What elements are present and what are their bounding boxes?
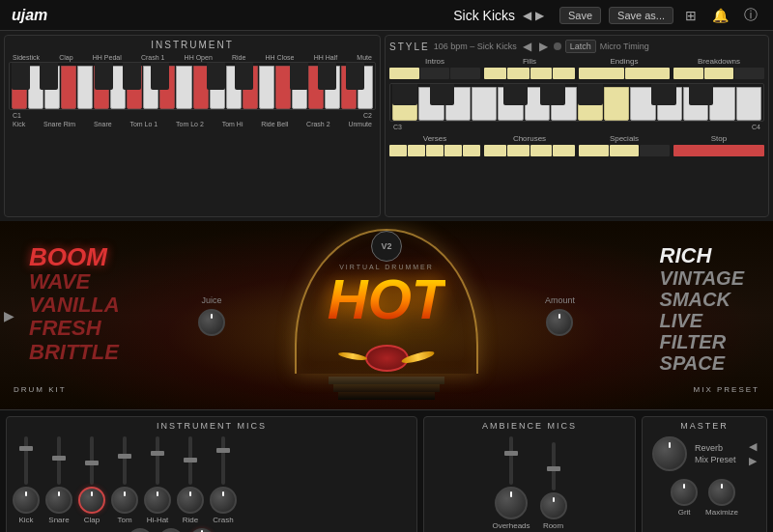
- tom-knob[interactable]: [111, 487, 138, 514]
- instr-label-hhopen: HH Open: [185, 54, 213, 61]
- info-icon[interactable]: ⓘ: [740, 7, 761, 24]
- instr-label-ridebell: Ride Bell: [261, 121, 288, 127]
- reverb-down-btn[interactable]: ▶: [749, 455, 757, 467]
- instr-label-kick: Kick: [13, 121, 25, 127]
- reverb-master-label: Reverb: [695, 443, 749, 453]
- style-section-verses: Verses: [389, 134, 480, 156]
- style-section-fills: Fills: [484, 57, 575, 79]
- style-prev-btn[interactable]: ◀: [521, 40, 533, 53]
- ride-mic-label: Ride: [183, 516, 198, 524]
- amount-knob[interactable]: [546, 309, 573, 336]
- save-button[interactable]: Save: [559, 7, 601, 24]
- style-title: STYLE: [389, 42, 430, 52]
- main-section: INSTRUMENT Sidestick Clap HH Pedal Crash…: [0, 31, 773, 221]
- hihat-fader[interactable]: [156, 436, 159, 485]
- maximize-knob[interactable]: [708, 479, 735, 506]
- hihat-knob[interactable]: [144, 487, 171, 514]
- juice-control: Juice: [198, 295, 225, 336]
- hihat-mic-label: Hi-Hat: [147, 516, 169, 524]
- stop-label: Stop: [673, 134, 764, 143]
- ride-fader[interactable]: [188, 436, 192, 485]
- bell-icon[interactable]: 🔔: [708, 8, 732, 23]
- drum-visual: [324, 332, 449, 400]
- preset-live[interactable]: LIVE: [660, 310, 744, 331]
- grid-icon[interactable]: ⊞: [681, 8, 701, 23]
- kit-boom[interactable]: BOOM: [29, 242, 120, 270]
- reverb-up-btn[interactable]: ◀: [749, 440, 757, 453]
- verses-label: Verses: [389, 134, 480, 143]
- style-section-specials: Specials: [579, 134, 670, 156]
- snare-knob[interactable]: [45, 487, 72, 514]
- reverb-knob[interactable]: [189, 528, 215, 532]
- instr-label-hhclose: HH Close: [266, 54, 295, 61]
- save-as-button[interactable]: Save as...: [609, 7, 673, 24]
- kit-wave[interactable]: WAVE: [29, 270, 120, 294]
- decay-knob[interactable]: [128, 528, 153, 532]
- crash-mic-label: Crash: [213, 516, 233, 524]
- preset-vintage[interactable]: VINTAGE: [660, 267, 744, 289]
- kit-names-list: BOOM WAVE VANILLA FRESH BRITTLE: [29, 242, 120, 363]
- room-label: Room: [543, 521, 563, 530]
- preset-space[interactable]: SPACE: [660, 352, 744, 374]
- kick-knob[interactable]: [13, 487, 40, 514]
- overheads-fader[interactable]: [509, 436, 513, 485]
- grit-knob[interactable]: [671, 479, 698, 506]
- kit-brittle[interactable]: BRITTLE: [29, 340, 120, 363]
- tune-knob[interactable]: [158, 528, 184, 532]
- preset-name: Sick Kicks: [453, 8, 515, 23]
- instr-label-hhpedal: HH Pedal: [93, 54, 122, 61]
- style-section-stop[interactable]: Stop: [673, 134, 764, 156]
- grit-label: Grit: [678, 508, 691, 517]
- latch-button[interactable]: Latch: [565, 40, 596, 53]
- kit-prev-btn[interactable]: ▶: [4, 308, 14, 323]
- endings-label: Endings: [579, 57, 670, 66]
- ambience-mics-section: AMBIENCE MICS Overheads Ro: [423, 416, 636, 532]
- decay-control: Decay: [128, 528, 153, 532]
- preset-filter[interactable]: FILTER: [660, 331, 744, 352]
- preset-rich[interactable]: RICH: [660, 244, 744, 267]
- mic-kick: Kick: [13, 436, 40, 524]
- ride-knob[interactable]: [177, 487, 204, 514]
- snare-fader[interactable]: [57, 436, 61, 485]
- instr-label-tomlo2: Tom Lo 2: [176, 121, 204, 127]
- reverb-instr-control: Reverb: [189, 528, 215, 532]
- instr-label-sidestick: Sidestick: [13, 54, 40, 61]
- kick-mic-label: Kick: [18, 516, 33, 524]
- c4-label: C4: [752, 124, 760, 130]
- clap-fader[interactable]: [90, 436, 94, 485]
- c1-label: C1: [13, 112, 21, 119]
- mix-preset-master-label: Mix Preset: [695, 455, 749, 464]
- crash-knob[interactable]: [210, 487, 237, 514]
- mic-hihat: Hi-Hat: [144, 436, 171, 524]
- crash-fader[interactable]: [221, 436, 225, 485]
- clap-knob[interactable]: [78, 487, 105, 514]
- maximize-label: Maximize: [705, 508, 738, 517]
- room-fader[interactable]: [552, 442, 556, 490]
- vd-logo-circle: V2: [371, 231, 402, 262]
- kit-vanilla[interactable]: VANILLA: [29, 294, 120, 317]
- specials-label: Specials: [579, 134, 670, 143]
- center-display: V2 VIRTUAL DRUMMER HOT: [280, 221, 493, 409]
- instrument-mics-section: INSTRUMENT MICS Kick: [6, 416, 417, 532]
- intros-label: Intros: [389, 57, 480, 66]
- prev-preset-btn[interactable]: ◀: [523, 9, 531, 22]
- overheads-knob[interactable]: [495, 487, 528, 519]
- instr-label-snare-rim: Snare Rim: [43, 121, 75, 127]
- next-preset-btn[interactable]: ▶: [535, 9, 544, 22]
- kit-fresh[interactable]: FRESH: [29, 317, 120, 340]
- preset-smack[interactable]: SMACK: [660, 289, 744, 310]
- grit-control: Grit: [671, 479, 698, 517]
- style-section-breakdowns: Breakdowns: [673, 57, 764, 79]
- drum-section: ▶ DRUM KIT BOOM WAVE VANILLA FRESH BRITT…: [0, 221, 773, 409]
- kick-fader[interactable]: [24, 436, 28, 485]
- top-bar: ujam Sick Kicks ◀ ▶ Save Save as... ⊞ 🔔 …: [0, 0, 773, 31]
- ambience-mics-title: AMBIENCE MICS: [430, 421, 629, 431]
- room-knob[interactable]: [540, 492, 567, 519]
- master-section: MASTER Reverb Mix Preset ◀ ▶: [642, 416, 767, 532]
- tom-fader[interactable]: [123, 436, 127, 485]
- instrument-section: INSTRUMENT Sidestick Clap HH Pedal Crash…: [4, 35, 381, 217]
- style-next-btn[interactable]: ▶: [537, 40, 550, 53]
- juice-knob[interactable]: [198, 309, 225, 336]
- master-reverb-knob[interactable]: [652, 436, 687, 471]
- room-mic: Room: [540, 442, 567, 530]
